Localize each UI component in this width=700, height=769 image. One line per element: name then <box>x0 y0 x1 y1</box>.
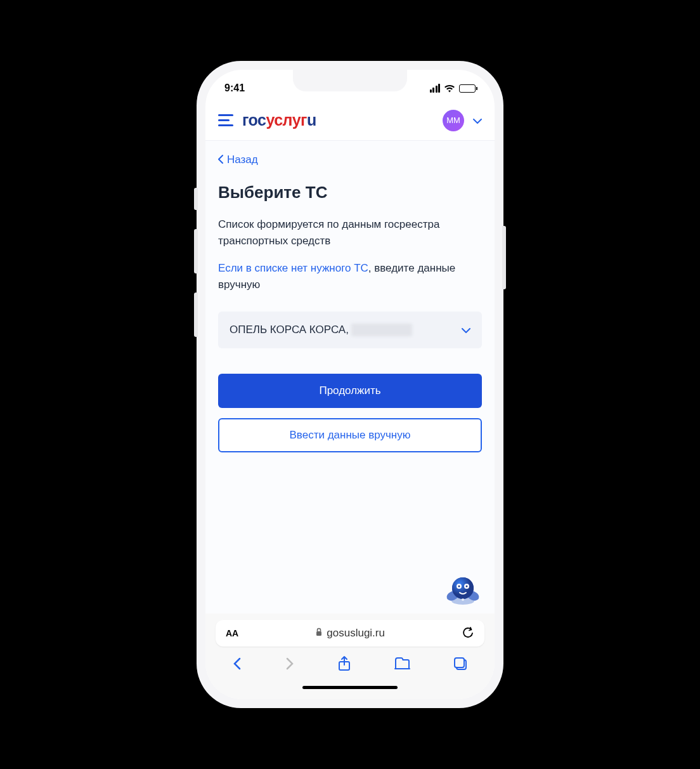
phone-side-button-right <box>502 226 506 289</box>
vehicle-select[interactable]: ОПЕЛЬ КОРСА КОРСА, <box>218 312 482 348</box>
back-link[interactable]: Назад <box>218 154 482 166</box>
url-display: gosuslugi.ru <box>315 627 385 640</box>
battery-icon <box>459 84 476 93</box>
chevron-left-icon <box>218 155 223 166</box>
svg-point-4 <box>452 577 474 599</box>
svg-point-7 <box>458 586 460 588</box>
redacted-text <box>351 324 412 336</box>
manual-entry-button[interactable]: Ввести данные вручную <box>218 418 482 452</box>
browser-toolbar <box>216 647 484 686</box>
reload-icon[interactable] <box>462 627 474 640</box>
back-label: Назад <box>227 154 258 166</box>
tabs-icon[interactable] <box>453 656 468 674</box>
page-description: Список формируется по данным госреестра … <box>218 216 482 249</box>
svg-point-8 <box>466 586 468 588</box>
select-value: ОПЕЛЬ КОРСА КОРСА, <box>230 324 412 336</box>
continue-button[interactable]: Продолжить <box>218 374 482 408</box>
page-title: Выберите ТС <box>218 183 482 202</box>
bookmarks-icon[interactable] <box>394 657 410 673</box>
hint-text: Если в списке нет нужного ТС, введите да… <box>218 260 482 292</box>
hint-link[interactable]: Если в списке нет нужного ТС <box>218 262 368 274</box>
phone-frame: 9:41 госуслугu ММ <box>197 61 503 708</box>
status-time: 9:41 <box>224 82 245 94</box>
browser-back-icon[interactable] <box>232 656 242 674</box>
avatar[interactable]: ММ <box>443 110 464 131</box>
menu-icon[interactable] <box>218 114 233 126</box>
home-indicator[interactable] <box>302 686 398 689</box>
svg-rect-13 <box>455 658 464 667</box>
browser-chrome: AA gosuslugi.ru <box>205 614 495 699</box>
wifi-icon <box>444 84 455 93</box>
lock-icon <box>315 627 323 640</box>
phone-notch <box>293 70 407 91</box>
logo[interactable]: госуслугu <box>242 111 434 129</box>
main-content: Назад Выберите ТС Список формируется по … <box>205 141 495 614</box>
cellular-signal-icon <box>430 84 441 93</box>
chevron-down-icon[interactable] <box>473 115 482 126</box>
browser-forward-icon[interactable] <box>285 656 295 674</box>
phone-side-buttons-left <box>194 188 198 356</box>
svg-point-9 <box>462 598 464 601</box>
mascot-icon[interactable] <box>444 569 482 607</box>
text-size-button[interactable]: AA <box>226 628 238 638</box>
share-icon[interactable] <box>337 655 351 674</box>
app-header: госуслугu ММ <box>205 100 495 141</box>
url-bar[interactable]: AA gosuslugi.ru <box>216 620 484 647</box>
svg-rect-10 <box>316 631 321 636</box>
chevron-down-icon <box>462 324 470 336</box>
